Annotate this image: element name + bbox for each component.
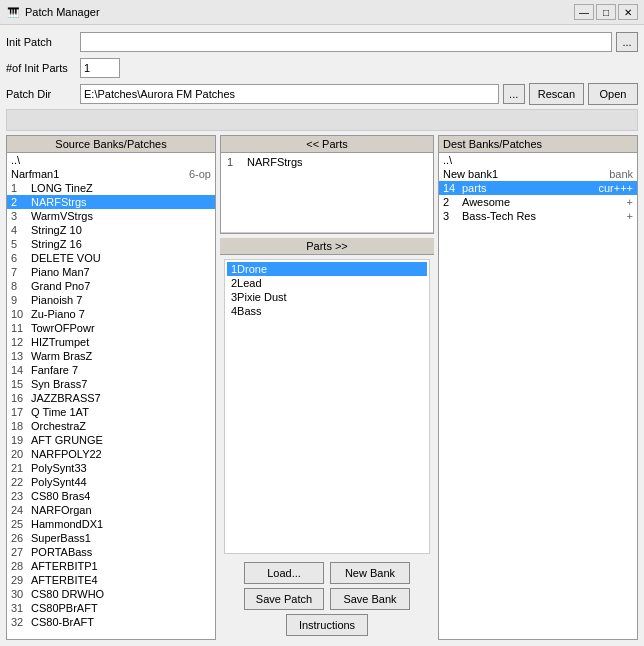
source-list-item[interactable]: 5StringZ 16 xyxy=(7,237,215,251)
list-item-num: 9 xyxy=(11,294,27,306)
parts-bottom-item[interactable]: 4Bass xyxy=(227,304,427,318)
list-item-name: JAZZBRASS7 xyxy=(31,392,101,404)
parts-top-list[interactable]: 1NARFStrgs xyxy=(221,153,433,233)
patch-dir-browse-button[interactable]: ... xyxy=(503,84,525,104)
source-list-item[interactable]: 19AFT GRUNGE xyxy=(7,433,215,447)
save-patch-button[interactable]: Save Patch xyxy=(244,588,324,610)
source-list-item[interactable]: 22PolySynt44 xyxy=(7,475,215,489)
dest-list-item[interactable]: 14partscur+++ xyxy=(439,181,637,195)
parts-bottom-list[interactable]: 1Drone2Lead3Pixie Dust4Bass xyxy=(224,259,430,554)
dest-list-item[interactable]: 3Bass-Tech Res+ xyxy=(439,209,637,223)
source-list-item[interactable]: 12HIZTrumpet xyxy=(7,335,215,349)
source-list-item[interactable]: 25HammondDX1 xyxy=(7,517,215,531)
list-item-name: Zu-Piano 7 xyxy=(31,308,85,320)
title-bar-controls: — □ ✕ xyxy=(574,4,638,20)
parts-top-label: << Parts xyxy=(221,136,433,153)
dest-panel-list[interactable]: ..\New bank1bank14partscur+++2Awesome+3B… xyxy=(439,153,637,639)
list-item-name: HIZTrumpet xyxy=(31,336,89,348)
dest-list-item[interactable]: 2Awesome+ xyxy=(439,195,637,209)
init-patch-row: Init Patch ... xyxy=(6,31,638,53)
source-list-item[interactable]: 13Warm BrasZ xyxy=(7,349,215,363)
source-list-item[interactable]: 9Pianoish 7 xyxy=(7,293,215,307)
save-bank-button[interactable]: Save Bank xyxy=(330,588,410,610)
close-button[interactable]: ✕ xyxy=(618,4,638,20)
source-list-item[interactable]: 18OrchestraZ xyxy=(7,419,215,433)
list-item-name: CS80PBrAFT xyxy=(31,602,98,614)
source-list-item[interactable]: 28AFTERBITP1 xyxy=(7,559,215,573)
list-item-num: 13 xyxy=(11,350,27,362)
source-list-item[interactable]: Narfman16-op xyxy=(7,167,215,181)
list-item-tag: 6-op xyxy=(189,168,211,180)
source-list-item[interactable]: 17Q Time 1AT xyxy=(7,405,215,419)
source-list-item[interactable]: 14Fanfare 7 xyxy=(7,363,215,377)
source-list-item[interactable]: 31CS80PBrAFT xyxy=(7,601,215,615)
list-item-num: 17 xyxy=(11,406,27,418)
dest-item-tag: cur xyxy=(598,182,613,194)
list-item-name: TowrOFPowr xyxy=(31,322,95,334)
minimize-button[interactable]: — xyxy=(574,4,594,20)
list-item-name: Piano Man7 xyxy=(31,266,90,278)
list-item-num: 1 xyxy=(11,182,27,194)
source-list-item[interactable]: 6DELETE VOU xyxy=(7,251,215,265)
dest-list-item[interactable]: ..\ xyxy=(439,153,637,167)
source-list-item[interactable]: 3WarmVStrgs xyxy=(7,209,215,223)
source-list-item[interactable]: 29AFTERBITE4 xyxy=(7,573,215,587)
list-item-num: 25 xyxy=(11,518,27,530)
list-item-name: NARFStrgs xyxy=(31,196,87,208)
source-list-item[interactable]: 21PolySynt33 xyxy=(7,461,215,475)
source-list-item[interactable]: 32CS80-BrAFT xyxy=(7,615,215,629)
rescan-button[interactable]: Rescan xyxy=(529,83,584,105)
source-list-item[interactable]: 27PORTABass xyxy=(7,545,215,559)
maximize-button[interactable]: □ xyxy=(596,4,616,20)
list-item-num: 6 xyxy=(11,252,27,264)
open-button[interactable]: Open xyxy=(588,83,638,105)
dest-item-num: 2 xyxy=(443,196,459,208)
dest-item-tag: + xyxy=(627,210,633,222)
new-bank-button[interactable]: New Bank xyxy=(330,562,410,584)
list-item-num: 2 xyxy=(11,196,27,208)
source-list-item[interactable]: 20NARFPOLY22 xyxy=(7,447,215,461)
instructions-button[interactable]: Instructions xyxy=(286,614,368,636)
dest-list-item[interactable]: New bank1bank xyxy=(439,167,637,181)
init-patch-input[interactable] xyxy=(80,32,612,52)
init-patch-browse-button[interactable]: ... xyxy=(616,32,638,52)
num-init-parts-label: #of Init Parts xyxy=(6,62,76,74)
parts-name: NARFStrgs xyxy=(247,156,303,168)
list-item-name: PolySynt33 xyxy=(31,462,87,474)
source-list-item[interactable]: 1LONG TineZ xyxy=(7,181,215,195)
list-item-num: 19 xyxy=(11,434,27,446)
load-button[interactable]: Load... xyxy=(244,562,324,584)
source-list-item[interactable]: 24NARFOrgan xyxy=(7,503,215,517)
parts-top-item[interactable]: 1NARFStrgs xyxy=(223,155,431,169)
parts-bottom-item[interactable]: 1Drone xyxy=(227,262,427,276)
source-list-item[interactable]: 30CS80 DRWHO xyxy=(7,587,215,601)
source-list-item[interactable]: 26SuperBass1 xyxy=(7,531,215,545)
parts-bottom-item[interactable]: 3Pixie Dust xyxy=(227,290,427,304)
list-item-num: 5 xyxy=(11,238,27,250)
panels-row: Source Banks/Patches ..\Narfman16-op1LON… xyxy=(6,135,638,640)
list-item-num: 23 xyxy=(11,490,27,502)
source-list-item[interactable]: 15Syn Brass7 xyxy=(7,377,215,391)
parts-bottom-item[interactable]: 2Lead xyxy=(227,276,427,290)
patch-dir-input[interactable] xyxy=(80,84,499,104)
num-init-parts-input[interactable] xyxy=(80,58,120,78)
source-list-item[interactable]: 16JAZZBRASS7 xyxy=(7,391,215,405)
init-patch-label: Init Patch xyxy=(6,36,76,48)
source-list-item[interactable]: 10Zu-Piano 7 xyxy=(7,307,215,321)
dest-item-name: parts xyxy=(462,182,486,194)
list-item-name: SuperBass1 xyxy=(31,532,91,544)
dest-item-name: ..\ xyxy=(443,154,452,166)
source-list-item[interactable]: 7Piano Man7 xyxy=(7,265,215,279)
source-list-item[interactable]: 11TowrOFPowr xyxy=(7,321,215,335)
source-list-item[interactable]: 8Grand Pno7 xyxy=(7,279,215,293)
source-panel-list[interactable]: ..\Narfman16-op1LONG TineZ2NARFStrgs3War… xyxy=(7,153,215,639)
list-item-name: Narfman1 xyxy=(11,168,185,180)
source-list-item[interactable]: 2NARFStrgs xyxy=(7,195,215,209)
source-list-item[interactable]: ..\ xyxy=(7,153,215,167)
list-item-name: AFT GRUNGE xyxy=(31,434,103,446)
source-panel-header: Source Banks/Patches xyxy=(7,136,215,153)
dest-item-name: New bank1 xyxy=(443,168,498,180)
source-list-item[interactable]: 4StringZ 10 xyxy=(7,223,215,237)
source-list-item[interactable]: 23CS80 Bras4 xyxy=(7,489,215,503)
list-item-num: 3 xyxy=(11,210,27,222)
